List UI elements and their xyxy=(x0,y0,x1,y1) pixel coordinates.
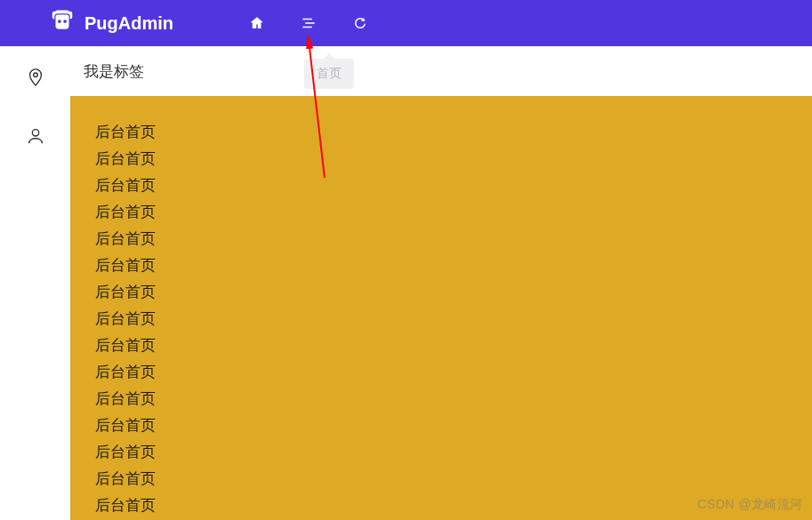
app-name: PugAdmin xyxy=(84,13,173,34)
content-panel: 后台首页后台首页后台首页后台首页后台首页后台首页后台首页后台首页后台首页后台首页… xyxy=(70,96,812,520)
tab-label: 我是标签 xyxy=(84,61,144,82)
svg-point-0 xyxy=(33,73,37,77)
main-area: 我是标签 首页 后台首页后台首页后台首页后台首页后台首页后台首页后台首页后台首页… xyxy=(70,46,812,520)
svg-point-1 xyxy=(32,130,38,136)
header-icon-bar xyxy=(231,15,368,31)
tooltip-text: 首页 xyxy=(317,66,342,80)
content-line: 后台首页 xyxy=(95,439,787,466)
content-line: 后台首页 xyxy=(95,332,787,359)
sidebar xyxy=(0,46,70,520)
app-header: PugAdmin xyxy=(0,0,812,46)
tab-bar: 我是标签 首页 xyxy=(70,46,812,96)
menu-icon[interactable] xyxy=(301,15,317,31)
content-line: 后台首页 xyxy=(95,306,787,332)
content-line: 后台首页 xyxy=(95,412,787,439)
watermark: CSDN @龙崎流河 xyxy=(697,497,803,513)
content-line: 后台首页 xyxy=(95,199,787,226)
logo-area[interactable]: PugAdmin xyxy=(0,8,231,38)
content-line: 后台首页 xyxy=(95,359,787,386)
location-icon[interactable] xyxy=(26,68,45,91)
content-line: 后台首页 xyxy=(95,279,787,306)
refresh-icon[interactable] xyxy=(352,15,368,31)
content-line: 后台首页 xyxy=(95,386,787,412)
content-line: 后台首页 xyxy=(95,172,787,199)
content-line: 后台首页 xyxy=(95,466,787,492)
content-line: 后台首页 xyxy=(95,146,787,172)
tooltip: 首页 xyxy=(304,59,354,89)
content-line: 后台首页 xyxy=(95,252,787,279)
home-icon[interactable] xyxy=(249,15,265,31)
content-line: 后台首页 xyxy=(95,119,787,146)
pug-logo-icon xyxy=(49,8,76,38)
content-line: 后台首页 xyxy=(95,492,787,519)
content-line: 后台首页 xyxy=(95,226,787,252)
user-icon[interactable] xyxy=(26,126,45,149)
body-layout: 我是标签 首页 后台首页后台首页后台首页后台首页后台首页后台首页后台首页后台首页… xyxy=(0,46,812,520)
